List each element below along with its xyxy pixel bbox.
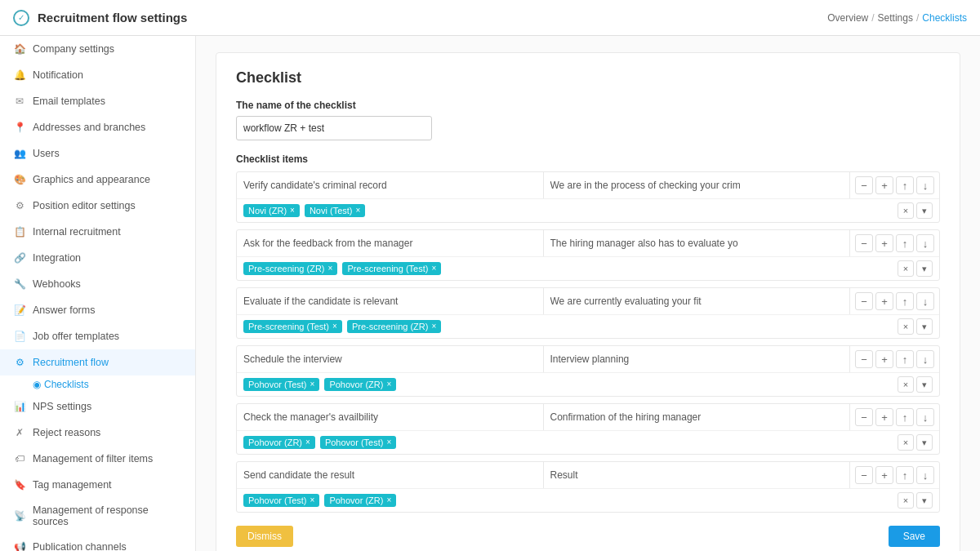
tag-clear-btn-2[interactable]: × (898, 260, 914, 277)
row-recruiter-input-2[interactable] (237, 230, 544, 256)
tag-clear-btn-6[interactable]: × (898, 492, 914, 509)
sidebar-item-management-filter[interactable]: 🏷Management of filter items (0, 446, 195, 472)
row-recruiter-input-1[interactable] (237, 172, 544, 198)
breadcrumb-checklists[interactable]: Checklists (922, 12, 967, 24)
tag-3-Pre-screening(ZR): Pre-screening (ZR)× (347, 320, 441, 333)
breadcrumb-settings[interactable]: Settings (878, 12, 913, 24)
up-btn-5[interactable]: ↑ (896, 408, 914, 426)
add-btn-1[interactable]: + (875, 176, 893, 194)
row-candidate-input-6[interactable] (544, 462, 850, 488)
save-button[interactable]: Save (889, 526, 940, 547)
down-btn-5[interactable]: ↓ (916, 408, 934, 426)
remove-btn-4[interactable]: − (855, 350, 873, 368)
add-btn-5[interactable]: + (875, 408, 893, 426)
add-btn-4[interactable]: + (875, 350, 893, 368)
row-recruiter-input-5[interactable] (237, 404, 544, 430)
checklist-name-input[interactable] (236, 116, 432, 140)
tag-dropdown-btn-5[interactable]: ▾ (916, 434, 933, 451)
sidebar-item-integration[interactable]: 🔗Integration (0, 245, 195, 271)
sidebar-item-notification[interactable]: 🔔Notification (0, 62, 195, 88)
sidebar-item-graphics-appearance[interactable]: 🎨Graphics and appearance (0, 167, 195, 193)
row-candidate-input-2[interactable] (544, 230, 850, 256)
app-container: Recruitment flow settings Overview / Set… (0, 0, 980, 551)
tag-close[interactable]: × (310, 496, 315, 504)
sidebar-item-nps-settings[interactable]: 📊NPS settings (0, 393, 195, 420)
tag-dropdown-btn-2[interactable]: ▾ (916, 260, 933, 277)
tag-dropdown-btn-3[interactable]: ▾ (916, 318, 933, 335)
down-btn-4[interactable]: ↓ (916, 350, 934, 368)
tag-dropdown-btn-1[interactable]: ▾ (916, 202, 933, 219)
tag-clear-btn-4[interactable]: × (898, 376, 914, 393)
up-btn-6[interactable]: ↑ (896, 466, 914, 484)
sidebar-item-internal-recruitment[interactable]: 📋Internal recruitment (0, 219, 195, 245)
name-label: The name of the checklist (236, 100, 940, 111)
sidebar-item-addresses-branches[interactable]: 📍Addresses and branches (0, 114, 195, 140)
sidebar-item-management-response[interactable]: 📡Management of response sources (0, 498, 195, 534)
row-recruiter-input-3[interactable] (237, 288, 544, 314)
sidebar-icon-recruitment-flow: ⚙ (13, 356, 26, 369)
tag-close[interactable]: × (290, 207, 295, 215)
row-recruiter-input-4[interactable] (237, 346, 544, 372)
tag-close[interactable]: × (431, 264, 436, 273)
sidebar-icon-answer-forms: 📝 (13, 304, 26, 317)
up-btn-1[interactable]: ↑ (896, 176, 914, 194)
tag-clear-btn-5[interactable]: × (898, 434, 914, 451)
tag-close[interactable]: × (310, 380, 315, 389)
breadcrumb-overview[interactable]: Overview (827, 12, 868, 24)
down-btn-2[interactable]: ↓ (916, 234, 934, 252)
down-btn-3[interactable]: ↓ (916, 292, 934, 310)
sidebar-label-position-editor: Position editor settings (33, 200, 136, 211)
remove-btn-6[interactable]: − (855, 466, 873, 484)
tag-close[interactable]: × (305, 438, 310, 447)
down-btn-6[interactable]: ↓ (916, 466, 934, 484)
remove-btn-5[interactable]: − (855, 408, 873, 426)
remove-btn-3[interactable]: − (855, 292, 873, 310)
sidebar-item-email-templates[interactable]: ✉Email templates (0, 88, 195, 114)
sidebar-item-webhooks[interactable]: 🔧Webhooks (0, 271, 195, 297)
row-candidate-input-4[interactable] (544, 346, 850, 372)
tag-close[interactable]: × (431, 322, 436, 331)
row-candidate-input-1[interactable] (544, 172, 850, 198)
sidebar-item-publication-channels[interactable]: 📢Publication channels (0, 534, 195, 551)
add-btn-6[interactable]: + (875, 466, 893, 484)
sidebar-label-graphics-appearance: Graphics and appearance (33, 174, 150, 185)
top-header: Recruitment flow settings Overview / Set… (0, 0, 980, 36)
sidebar-item-company-settings[interactable]: 🏠Company settings (0, 36, 195, 62)
tag-1-Novi(ZR): Novi (ZR)× (243, 204, 300, 217)
sidebar-item-answer-forms[interactable]: 📝Answer forms (0, 297, 195, 323)
remove-btn-1[interactable]: − (855, 176, 873, 194)
sidebar-item-job-offer-templates[interactable]: 📄Job offer templates (0, 323, 195, 349)
sidebar-item-reject-reasons[interactable]: ✗Reject reasons (0, 420, 195, 446)
tag-close[interactable]: × (355, 207, 360, 215)
tag-close[interactable]: × (386, 380, 391, 389)
tag-clear-btn-1[interactable]: × (898, 202, 914, 219)
sidebar-item-tag-management[interactable]: 🔖Tag management (0, 472, 195, 498)
sidebar-label-job-offer-templates: Job offer templates (33, 331, 119, 342)
tag-6-Pohovor(Test): Pohovor (Test)× (243, 494, 319, 507)
up-btn-4[interactable]: ↑ (896, 350, 914, 368)
tag-close[interactable]: × (386, 438, 391, 447)
tag-dropdown-btn-4[interactable]: ▾ (916, 376, 933, 393)
tag-dropdown-btn-6[interactable]: ▾ (916, 492, 933, 509)
row-recruiter-input-6[interactable] (237, 462, 544, 488)
sidebar-item-users[interactable]: 👥Users (0, 140, 195, 167)
dismiss-button[interactable]: Dismiss (236, 526, 293, 547)
row-candidate-input-5[interactable] (544, 404, 850, 430)
tag-close[interactable]: × (386, 496, 391, 504)
row-candidate-input-3[interactable] (544, 288, 850, 314)
tag-close[interactable]: × (328, 264, 333, 273)
tag-clear-btn-3[interactable]: × (898, 318, 914, 335)
down-btn-1[interactable]: ↓ (916, 176, 934, 194)
footer-row: Dismiss Save (236, 526, 940, 547)
sidebar-item-position-editor[interactable]: ⚙Position editor settings (0, 193, 195, 219)
add-btn-3[interactable]: + (875, 292, 893, 310)
up-btn-3[interactable]: ↑ (896, 292, 914, 310)
sidebar-item-recruitment-flow[interactable]: ⚙Recruitment flow (0, 349, 195, 375)
up-btn-2[interactable]: ↑ (896, 234, 914, 252)
sidebar-icon-management-response: 📡 (13, 509, 26, 522)
tag-close[interactable]: × (332, 322, 337, 331)
sidebar-sub-checklists[interactable]: ◉Checklists (0, 375, 195, 393)
remove-btn-2[interactable]: − (855, 234, 873, 252)
add-btn-2[interactable]: + (875, 234, 893, 252)
content-area: Checklist The name of the checklist Chec… (196, 36, 980, 551)
